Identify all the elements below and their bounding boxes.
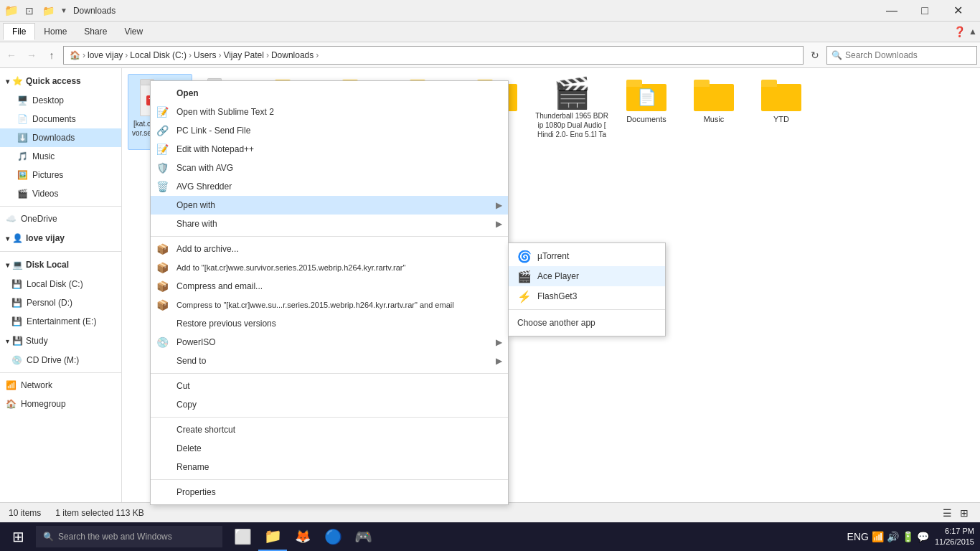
taskbar-task-view[interactable]: ⬜	[228, 522, 257, 551]
ctx-delete[interactable]: Delete	[151, 439, 508, 458]
large-icon-view-button[interactable]: ⊞	[957, 506, 971, 520]
file-item-thunderball[interactable]: 🎬 Thunderball 1965 BDRip 1080p Dual Audi…	[532, 74, 611, 150]
minimize-button[interactable]: —	[875, 0, 908, 22]
ctx-compress-email[interactable]: 📦 Compress and email...	[151, 277, 508, 296]
ctx-cut[interactable]: Cut	[151, 377, 508, 395]
taskbar-chrome[interactable]: 🔵	[319, 522, 347, 551]
tab-share[interactable]: Share	[75, 24, 116, 39]
ctx-divider-4	[151, 479, 508, 480]
network-icon: 📶	[6, 380, 17, 390]
file-item-music-folder[interactable]: Music	[682, 74, 746, 150]
search-box[interactable]: 🔍	[826, 46, 977, 65]
sidebar-item-persnol-d[interactable]: 💾 Persnol (D:)	[0, 293, 121, 312]
tab-file[interactable]: File	[3, 23, 35, 40]
close-button[interactable]: ✕	[941, 0, 974, 22]
open-with-arrow: ▶	[496, 200, 502, 210]
path-vijay-patel: Vijay Patel	[223, 50, 263, 60]
volume-icon[interactable]: 🔊	[887, 531, 899, 542]
ctx-create-shortcut[interactable]: Create shortcut	[151, 420, 508, 439]
qat-dropdown[interactable]: ▼	[60, 6, 67, 14]
qat-new-folder[interactable]: 📁	[40, 3, 56, 19]
qat-properties[interactable]: ⊡	[22, 3, 37, 19]
refresh-button[interactable]: ↻	[806, 47, 824, 64]
up-button[interactable]: ↑	[43, 47, 60, 64]
search-input[interactable]	[845, 50, 972, 60]
share-with-arrow: ▶	[496, 219, 502, 229]
back-button[interactable]: ←	[3, 47, 20, 64]
ctx-add-archive[interactable]: 📦 Add to archive...	[151, 240, 508, 258]
ctx-open[interactable]: Open	[151, 84, 508, 103]
taskbar-clock[interactable]: 6:17 PM 11/26/2015	[935, 526, 974, 548]
ace-player-label: Ace Player	[537, 271, 579, 281]
file-item-documents-folder[interactable]: 📄 Documents	[614, 74, 679, 150]
sidebar-item-downloads[interactable]: ⬇️ Downloads	[0, 128, 121, 147]
window-icon: 📁	[4, 4, 19, 17]
submenu-utorrent[interactable]: 🌀 µTorrent	[509, 246, 665, 266]
ctx-add-rar[interactable]: 📦 Add to "[kat.cr]wwe.survivor.series.20…	[151, 258, 508, 277]
sidebar-item-study-f[interactable]: ▾ 💾 Study	[0, 331, 121, 351]
sidebar-item-videos[interactable]: 🎬 Videos	[0, 184, 121, 203]
local-disk-icon: 💻	[12, 260, 23, 270]
sidebar-item-love-vijay[interactable]: ▾ 👤 love vijay	[0, 228, 121, 248]
sidebar-drives-header[interactable]: ▾ 💻 Disk Local	[0, 255, 121, 275]
sidebar-item-music[interactable]: 🎵 Music	[0, 147, 121, 166]
taskbar-firefox[interactable]: 🦊	[288, 522, 317, 551]
tab-home[interactable]: Home	[35, 24, 75, 39]
network-status-icon[interactable]: 📶	[872, 531, 884, 542]
sidebar-item-network[interactable]: 📶 Network	[0, 376, 121, 395]
submenu-choose-another[interactable]: Choose another app	[509, 313, 665, 333]
ctx-avg-shredder[interactable]: 🗑️ AVG Shredder	[151, 177, 508, 196]
ctx-restore-prev[interactable]: Restore previous versions	[151, 314, 508, 333]
drive-c-label: Local Disk (C:)	[27, 279, 83, 289]
ctx-scan-avg[interactable]: 🛡️ Scan with AVG	[151, 159, 508, 177]
address-path[interactable]: 🏠 › love vijay › Local Disk (C:) › Users…	[63, 46, 804, 65]
path-local-disk: Local Disk (C:)	[130, 50, 187, 60]
submenu-flashget[interactable]: ⚡ FlashGet3	[509, 286, 665, 306]
forward-button[interactable]: →	[23, 47, 40, 64]
ctx-edit-notepad[interactable]: 📝 Edit with Notepad++	[151, 140, 508, 159]
music-label: Music	[32, 151, 55, 161]
ribbon-help-icon[interactable]: ❓	[953, 26, 966, 37]
ctx-send-to[interactable]: Send to ▶	[151, 352, 508, 370]
tab-view[interactable]: View	[116, 24, 151, 39]
documents-folder-name: Documents	[626, 114, 666, 124]
ctx-compress-send[interactable]: 📦 Compress to "[kat.cr]wwe.su...r.series…	[151, 296, 508, 314]
maximize-button[interactable]: □	[908, 0, 941, 22]
ribbon-expand-icon[interactable]: ▲	[969, 27, 977, 37]
status-bar: 10 items 1 item selected 113 KB ☰ ⊞	[0, 502, 980, 522]
start-button[interactable]: ⊞	[0, 522, 36, 551]
avg-shredder-icon: 🗑️	[156, 181, 169, 192]
notification-icon[interactable]: 💬	[917, 531, 929, 542]
notepad-icon: 📝	[156, 143, 169, 155]
sidebar-item-pictures[interactable]: 🖼️ Pictures	[0, 166, 121, 184]
ctx-share-with[interactable]: Share with ▶	[151, 215, 508, 233]
path-love-vijay: love vijay	[88, 50, 123, 60]
window-title: Downloads	[73, 6, 116, 16]
drive-d-label: Persnol (D:)	[27, 298, 72, 308]
ctx-pc-link[interactable]: 🔗 PC Link - Send File	[151, 121, 508, 140]
sidebar-item-entertainment-e[interactable]: 💾 Entertainment (E:)	[0, 312, 121, 331]
file-item-ytd[interactable]: YTD	[749, 74, 814, 150]
sidebar-item-cd-drive-m[interactable]: 💿 CD Drive (M:)	[0, 351, 121, 369]
ribbon-tabs: File Home Share View ❓ ▲	[0, 22, 980, 42]
submenu-ace-player[interactable]: 🎬 Ace Player	[509, 266, 665, 286]
sidebar-item-desktop[interactable]: 🖥️ Desktop	[0, 91, 121, 110]
ctx-open-with[interactable]: Open with ▶	[151, 196, 508, 215]
sidebar-item-homegroup[interactable]: 🏠 Homegroup	[0, 395, 121, 413]
ctx-open-sublime[interactable]: 📝 Open with Sublime Text 2	[151, 103, 508, 121]
ctx-copy[interactable]: Copy	[151, 395, 508, 414]
love-vijay-label: love vijay	[26, 233, 65, 243]
taskbar-game[interactable]: 🎮	[349, 522, 377, 551]
sidebar-item-local-disk-c[interactable]: 💾 Local Disk (C:)	[0, 275, 121, 293]
battery-icon[interactable]: 🔋	[902, 531, 914, 542]
ctx-rename[interactable]: Rename	[151, 458, 508, 476]
ctx-power-iso[interactable]: 💿 PowerISO ▶	[151, 333, 508, 352]
sidebar-item-onedrive[interactable]: ☁️ OneDrive	[0, 209, 121, 228]
taskbar-search[interactable]: 🔍 Search the web and Windows	[36, 526, 222, 547]
details-view-button[interactable]: ☰	[940, 506, 954, 520]
documents-folder-icon: 📄	[626, 78, 666, 111]
sidebar-header-quick-access[interactable]: ▾ ⭐ Quick access	[0, 71, 121, 91]
ctx-properties[interactable]: Properties	[151, 483, 508, 501]
taskbar-file-explorer[interactable]: 📁	[258, 522, 287, 551]
sidebar-item-documents[interactable]: 📄 Documents	[0, 110, 121, 128]
